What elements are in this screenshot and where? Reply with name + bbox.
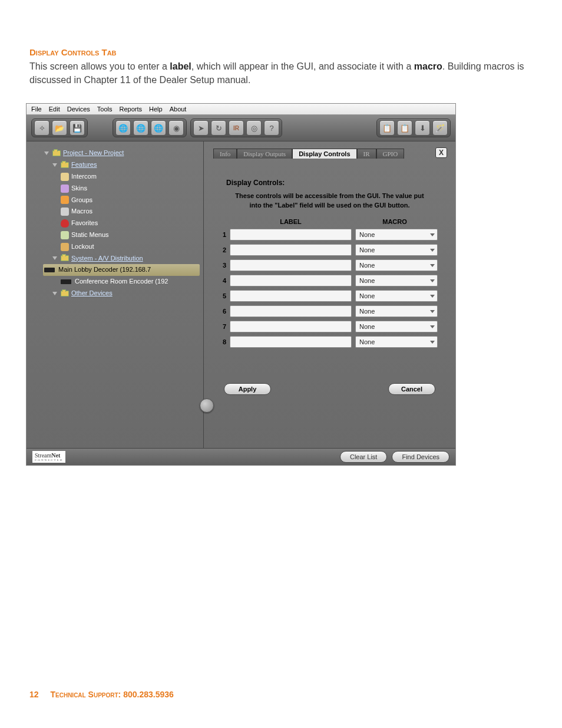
find-devices-button[interactable]: Find Devices	[392, 451, 449, 463]
chevron-down-icon	[430, 233, 435, 236]
menu-reports[interactable]: Reports	[120, 106, 143, 113]
intro-bold-macro: macro	[414, 61, 442, 71]
row-number: 8	[214, 338, 226, 345]
intro-t1: This screen allows you to enter a	[29, 61, 170, 71]
label-input-7[interactable]	[230, 321, 352, 332]
fingerprint-icon[interactable]: ◉	[168, 120, 184, 136]
label-input-4[interactable]	[230, 275, 352, 286]
macro-value: None	[359, 308, 375, 315]
menu-file[interactable]: File	[31, 106, 42, 113]
tree-other-devices[interactable]: Other Devices	[44, 288, 200, 299]
folder-icon	[52, 150, 61, 156]
globe-sync-icon[interactable]: 🌐	[151, 120, 166, 136]
label-input-3[interactable]	[230, 259, 352, 271]
tree-item-skins[interactable]: Skins	[44, 183, 200, 195]
menu-bar: File Edit Devices Tools Reports Help Abo…	[27, 104, 455, 114]
chevron-down-icon	[430, 310, 435, 313]
tree-item-staticmenus[interactable]: Static Menus	[44, 229, 200, 241]
macro-value: None	[359, 262, 375, 269]
tree-item-label: Macros	[71, 206, 92, 218]
menu-about[interactable]: About	[170, 106, 187, 113]
label-input-6[interactable]	[230, 305, 352, 317]
clipboard-icon[interactable]: 📋	[379, 120, 395, 136]
tree-item-intercom[interactable]: Intercom	[44, 171, 200, 183]
menu-tools[interactable]: Tools	[97, 106, 113, 113]
cancel-button[interactable]: Cancel	[388, 383, 435, 395]
toolbar-group-right: 📋 📋 ⬇ 🪄	[376, 118, 451, 137]
tree-features-label: Features	[71, 159, 97, 171]
label-input-5[interactable]	[230, 290, 352, 302]
tab-info[interactable]: Info	[213, 149, 237, 159]
row-number: 2	[214, 246, 226, 253]
tab-gpio[interactable]: GPIO	[376, 149, 405, 159]
tree-item-favorites[interactable]: Favorites	[44, 218, 200, 229]
tree-device-main-lobby[interactable]: Main Lobby Decoder (192.168.7	[43, 264, 200, 276]
macro-select-2[interactable]: None	[355, 244, 438, 256]
ir-icon[interactable]: IR	[229, 120, 244, 136]
apply-button[interactable]: Apply	[224, 383, 271, 395]
macro-select-7[interactable]: None	[355, 321, 438, 332]
tree-project[interactable]: Project - New Project	[44, 147, 200, 159]
chevron-down-icon	[44, 151, 49, 155]
close-panel-button[interactable]: X	[435, 147, 447, 158]
tree-project-label: Project - New Project	[63, 147, 124, 159]
label-input-1[interactable]	[230, 229, 352, 241]
label-input-8[interactable]	[230, 336, 352, 348]
logo-text-1: Stream	[35, 452, 51, 459]
controls-grid: LABEL MACRO 1None 2None 3None 4None 5Non…	[211, 218, 448, 348]
globe-minus-icon[interactable]: 🌐	[133, 120, 148, 136]
wizard-icon[interactable]: 🪄	[432, 120, 448, 136]
intro-t2: , which will appear in the GUI, and asso…	[191, 61, 414, 71]
globe-plus-icon[interactable]: 🌐	[115, 120, 131, 136]
macro-select-4[interactable]: None	[355, 275, 438, 286]
macro-value: None	[359, 277, 375, 284]
app-window: File Edit Devices Tools Reports Help Abo…	[26, 103, 456, 466]
menu-devices[interactable]: Devices	[67, 106, 90, 113]
tree-item-label: Groups	[71, 195, 92, 206]
tab-display-controls[interactable]: Display Controls	[292, 149, 356, 159]
menu-help[interactable]: Help	[149, 106, 163, 113]
new-icon[interactable]: ✧	[34, 120, 49, 136]
macro-value: None	[359, 292, 375, 299]
tree-features[interactable]: Features	[44, 159, 200, 171]
arrow-icon[interactable]: ➤	[193, 120, 209, 136]
macro-select-6[interactable]: None	[355, 305, 438, 317]
tree-item-macros[interactable]: Macros	[44, 206, 200, 218]
section-title: Display Controls Tab	[29, 47, 533, 57]
tree-device-label: Main Lobby Decoder (192.168.7	[58, 264, 151, 276]
tree-item-groups[interactable]: Groups	[44, 195, 200, 206]
device-icon	[44, 268, 55, 272]
macro-select-3[interactable]: None	[355, 259, 438, 271]
download-icon[interactable]: ⬇	[415, 120, 430, 136]
page-footer: 12 Technical Support: 800.283.5936	[29, 690, 533, 699]
menu-edit[interactable]: Edit	[49, 106, 60, 113]
macro-select-5[interactable]: None	[355, 290, 438, 302]
logo-text-2: Net	[51, 452, 60, 459]
control-row-3: 3None	[214, 259, 438, 271]
save-icon[interactable]: 💾	[70, 120, 85, 136]
grid-header: LABEL MACRO	[214, 218, 438, 225]
device-icon	[61, 279, 71, 284]
row-number: 3	[214, 262, 226, 269]
tab-display-outputs[interactable]: Display Outputs	[237, 149, 292, 159]
cycle-icon[interactable]: ↻	[211, 120, 226, 136]
target-icon[interactable]: ◎	[246, 120, 262, 136]
tree-item-label: Static Menus	[71, 229, 109, 241]
control-row-2: 2None	[214, 244, 438, 256]
lock-icon	[61, 243, 69, 251]
tree-item-lockout[interactable]: Lockout	[44, 241, 200, 253]
help-icon[interactable]: ?	[264, 120, 279, 136]
menus-icon	[61, 231, 69, 239]
label-input-2[interactable]	[230, 244, 352, 256]
macro-select-8[interactable]: None	[355, 336, 438, 348]
open-icon[interactable]: 📂	[52, 120, 67, 136]
tree-system[interactable]: System - A/V Distribution	[44, 253, 200, 265]
macro-select-1[interactable]: None	[355, 229, 438, 241]
clipboard2-icon[interactable]: 📋	[397, 120, 412, 136]
tab-ir[interactable]: IR	[357, 149, 376, 159]
favorites-icon	[61, 219, 69, 228]
clear-list-button[interactable]: Clear List	[340, 451, 387, 463]
macro-value: None	[359, 246, 375, 253]
tree-device-conference[interactable]: Conference Room Encoder (192	[44, 276, 200, 288]
toolbar-group-file: ✧ 📂 💾	[31, 118, 88, 137]
